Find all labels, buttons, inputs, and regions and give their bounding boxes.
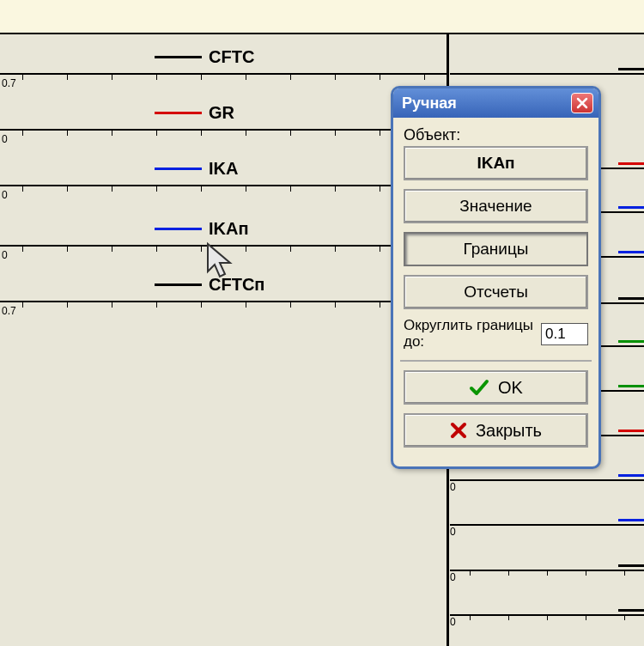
right-track (450, 73, 644, 85)
track-cftc[interactable]: CFTC 0.7 (0, 47, 447, 82)
track-label: GR (209, 103, 234, 123)
track-ika[interactable]: IKA 0 (0, 159, 447, 193)
legend-line (618, 162, 644, 165)
legend-line (618, 430, 644, 432)
axis-value: 0 (2, 249, 8, 261)
close-icon (576, 97, 588, 109)
legend-line (618, 609, 644, 612)
manual-dialog: Ручная Объект: IKAп Значение Границы Отс… (391, 86, 601, 469)
axis-value: 0.7 (2, 77, 16, 89)
close-label: Закрыть (476, 415, 542, 446)
round-input[interactable] (541, 323, 588, 345)
track-label: IKAп (209, 219, 249, 239)
axis-value: 0.7 (2, 305, 16, 317)
axis-value: 0 (2, 189, 8, 201)
track-label: CFTC (209, 47, 254, 67)
x-icon (450, 422, 467, 439)
close-button[interactable] (571, 93, 593, 113)
track-ticks (0, 301, 447, 309)
track-ticks (0, 73, 447, 82)
legend-line (155, 283, 202, 286)
axis-value: 0 (450, 481, 456, 493)
round-label: Округлить границы до: (404, 318, 536, 350)
value-button[interactable]: Значение (404, 189, 588, 223)
right-track: 0 (450, 524, 644, 536)
legend-line (618, 564, 644, 567)
track-cftcp[interactable]: CFTCп 0.7 (0, 275, 447, 309)
legend-line (618, 297, 644, 300)
right-track: 0 (450, 614, 644, 626)
axis-value: 0 (450, 571, 456, 583)
bounds-button[interactable]: Границы (404, 232, 588, 266)
legend-line (618, 385, 644, 387)
track-ikap[interactable]: IKAп 0 (0, 219, 447, 253)
ok-label: OK (498, 372, 523, 403)
object-label: Объект: (404, 126, 588, 144)
legend-line (618, 340, 644, 343)
legend-line (618, 251, 644, 253)
legend-line (155, 112, 202, 114)
object-button[interactable]: IKAп (404, 146, 588, 180)
right-track: 0 (450, 570, 644, 582)
track-gr[interactable]: GR 0 (0, 103, 447, 137)
divider (400, 360, 592, 362)
axis-value: 0 (2, 133, 8, 145)
legend-line (618, 519, 644, 521)
right-track: 0 (450, 479, 644, 491)
legend-line (155, 168, 202, 170)
legend-line (155, 228, 202, 230)
dialog-title: Ручная (402, 94, 457, 113)
legend-line (618, 68, 644, 70)
check-icon (469, 379, 489, 396)
top-band (0, 0, 644, 34)
close-dialog-button[interactable]: Закрыть (404, 413, 588, 448)
track-ticks (0, 129, 447, 137)
counts-button[interactable]: Отсчеты (404, 275, 588, 309)
axis-value: 0 (450, 616, 456, 628)
track-ticks (0, 245, 447, 253)
legend-line (618, 474, 644, 477)
dialog-titlebar[interactable]: Ручная (393, 88, 598, 118)
track-label: CFTCп (209, 275, 264, 295)
legend-line (155, 56, 202, 58)
track-ticks (0, 185, 447, 193)
legend-line (618, 206, 644, 209)
ok-button[interactable]: OK (404, 370, 588, 405)
axis-value: 0 (450, 526, 456, 538)
track-label: IKA (209, 159, 238, 179)
